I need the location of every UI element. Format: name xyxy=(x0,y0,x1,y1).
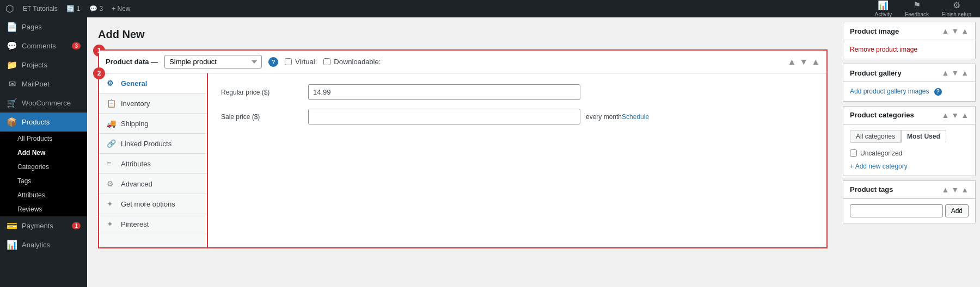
add-new-label: Add New xyxy=(17,149,45,157)
uncategorized-checkbox[interactable] xyxy=(850,149,857,157)
sale-price-field xyxy=(308,109,580,124)
product-categories-box: Product categories ▲ ▼ ▲ All categories … xyxy=(843,106,976,176)
mailpoet-icon: ✉ xyxy=(7,79,17,89)
product-image-chevron-down[interactable]: ▼ xyxy=(951,27,959,35)
sidebar-item-all-products[interactable]: All Products xyxy=(17,132,87,146)
product-categories-header: Product categories ▲ ▼ ▲ xyxy=(843,107,975,124)
categories-chevron-down[interactable]: ▼ xyxy=(951,111,959,120)
site-name[interactable]: ET Tutorials xyxy=(23,5,58,13)
product-image-collapse[interactable]: ▲ xyxy=(961,27,969,35)
shipping-tab-icon: 🚚 xyxy=(107,119,117,128)
feedback-icon: ⚑ xyxy=(913,0,921,10)
all-categories-tab[interactable]: All categories xyxy=(850,130,901,143)
sidebar-item-label: WooCommerce xyxy=(22,99,71,107)
new-item[interactable]: + New xyxy=(112,5,130,13)
updates-item[interactable]: 🔄 1 xyxy=(66,5,81,13)
sidebar-item-pages[interactable]: 📄 Pages xyxy=(0,17,87,36)
add-tag-button[interactable]: Add xyxy=(945,204,969,217)
tab-attributes[interactable]: ≡ Attributes xyxy=(99,154,207,174)
tab-get-more-options[interactable]: ✦ Get more options xyxy=(99,194,207,214)
attributes-tab-label: Attributes xyxy=(121,160,151,168)
sidebar-item-mailpoet[interactable]: ✉ MailPoet xyxy=(0,74,87,93)
tag-input[interactable] xyxy=(850,204,943,217)
sidebar-item-reviews[interactable]: Reviews xyxy=(17,202,87,216)
add-gallery-images-link[interactable]: Add product gallery images xyxy=(850,88,931,95)
product-type-help-icon[interactable]: ? xyxy=(268,57,278,67)
product-data-body: 2 ⚙ General 📋 Inventory 🚚 Shipping � xyxy=(99,73,826,247)
wp-logo: ⬡ xyxy=(5,3,14,15)
admin-bar: ⬡ ET Tutorials 🔄 1 💬 3 + New Howdy, Chri… xyxy=(0,0,980,17)
most-used-tab[interactable]: Most Used xyxy=(901,130,946,143)
schedule-link[interactable]: Schedule xyxy=(622,113,649,121)
gallery-help-icon[interactable]: ? xyxy=(934,88,942,96)
remove-product-image-link[interactable]: Remove product image xyxy=(850,46,917,53)
activity-button[interactable]: 📊 Activity xyxy=(874,0,892,17)
virtual-checkbox[interactable] xyxy=(285,58,292,65)
add-new-category-link[interactable]: + Add new category xyxy=(850,163,969,170)
linked-products-tab-icon: 🔗 xyxy=(107,139,117,148)
sidebar-item-label: Payments xyxy=(22,222,53,230)
product-type-select[interactable]: Simple product Variable product Grouped … xyxy=(164,55,262,68)
product-tags-content: Add xyxy=(843,199,975,223)
regular-price-input[interactable] xyxy=(308,84,580,100)
sidebar-item-products[interactable]: 📦 Products xyxy=(0,113,87,132)
sale-price-input[interactable] xyxy=(308,109,580,124)
sidebar-item-analytics[interactable]: 📊 Analytics xyxy=(0,235,87,254)
product-image-header: Product image ▲ ▼ ▲ xyxy=(843,22,975,40)
product-data-header: Product data — Simple product Variable p… xyxy=(99,51,826,73)
get-more-options-tab-icon: ✦ xyxy=(107,199,117,208)
comments-item[interactable]: 💬 3 xyxy=(89,5,103,13)
close-icon[interactable]: ▲ xyxy=(811,57,820,67)
categories-chevron-up[interactable]: ▲ xyxy=(941,111,949,120)
sidebar-item-categories[interactable]: Categories xyxy=(17,160,87,174)
finish-setup-icon: ⚙ xyxy=(953,0,960,10)
sidebar-item-label: Products xyxy=(22,118,50,126)
tab-general[interactable]: ⚙ General xyxy=(99,73,207,93)
chevron-up-icon[interactable]: ▲ xyxy=(787,57,796,67)
downloadable-checkbox-group: Downloadable: xyxy=(323,58,381,66)
product-categories-content: All categories Most Used Uncategorized +… xyxy=(843,124,975,176)
categories-label: Categories xyxy=(17,163,49,171)
sidebar-item-add-new[interactable]: Add New xyxy=(17,146,87,160)
attributes-label: Attributes xyxy=(17,191,45,199)
pages-icon: 📄 xyxy=(7,22,17,32)
shipping-tab-label: Shipping xyxy=(121,120,149,128)
tags-collapse[interactable]: ▲ xyxy=(961,185,969,194)
tab-pinterest[interactable]: ✦ Pinterest xyxy=(99,214,207,234)
feedback-button[interactable]: ⚑ Feedback xyxy=(905,0,929,17)
tags-chevron-up[interactable]: ▲ xyxy=(941,185,949,194)
pinterest-tab-label: Pinterest xyxy=(121,220,149,228)
product-image-chevron-up[interactable]: ▲ xyxy=(941,27,949,35)
sidebar-item-projects[interactable]: 📁 Projects xyxy=(0,55,87,74)
product-gallery-collapse[interactable]: ▲ xyxy=(961,68,969,77)
right-panel: Product image ▲ ▼ ▲ Remove product image… xyxy=(838,17,980,287)
payments-badge: 1 xyxy=(72,222,81,229)
tab-advanced[interactable]: ⚙ Advanced xyxy=(99,174,207,194)
sidebar-item-woocommerce[interactable]: 🛒 WooCommerce xyxy=(0,93,87,113)
tab-inventory[interactable]: 📋 Inventory xyxy=(99,93,207,114)
uncategorized-label: Uncategorized xyxy=(860,149,902,157)
tab-shipping[interactable]: 🚚 Shipping xyxy=(99,114,207,134)
categories-collapse[interactable]: ▲ xyxy=(961,111,969,120)
product-gallery-chevron-down[interactable]: ▼ xyxy=(951,68,959,77)
sidebar-item-tags[interactable]: Tags xyxy=(17,174,87,188)
sidebar-item-comments[interactable]: 💬 Comments 3 xyxy=(0,36,87,55)
product-gallery-chevron-up[interactable]: ▲ xyxy=(941,68,949,77)
products-icon: 📦 xyxy=(7,117,17,127)
tab-linked-products[interactable]: 🔗 Linked Products xyxy=(99,134,207,154)
downloadable-checkbox[interactable] xyxy=(323,58,330,65)
virtual-label: Virtual: xyxy=(295,58,317,66)
product-tags-header: Product tags ▲ ▼ ▲ xyxy=(843,181,975,199)
sidebar-item-payments[interactable]: 💳 Payments 1 xyxy=(0,216,87,235)
chevron-down-icon[interactable]: ▼ xyxy=(799,57,808,67)
sale-price-row: Sale price ($) every month Schedule xyxy=(221,109,813,124)
tags-chevron-down[interactable]: ▼ xyxy=(951,185,959,194)
product-gallery-controls: ▲ ▼ ▲ xyxy=(941,68,969,77)
general-tab-icon: ⚙ xyxy=(107,79,117,88)
finish-setup-button[interactable]: ⚙ Finish setup xyxy=(942,0,971,17)
product-gallery-title: Product gallery xyxy=(850,69,902,77)
tags-label: Tags xyxy=(17,177,31,185)
comments-badge: 3 xyxy=(72,42,81,49)
sidebar-item-attributes[interactable]: Attributes xyxy=(17,188,87,202)
finish-setup-label: Finish setup xyxy=(942,11,971,17)
